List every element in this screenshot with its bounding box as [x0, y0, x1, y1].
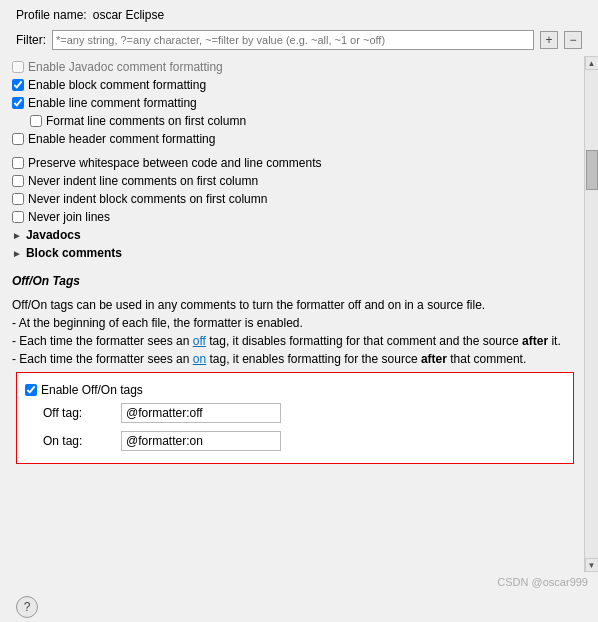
- checkbox-line-comment[interactable]: [12, 97, 24, 109]
- scrollbar: ▲ ▼: [584, 56, 598, 572]
- checkbox-preserve-whitespace[interactable]: [12, 157, 24, 169]
- offon-description: Off/On tags can be used in any comments …: [12, 296, 584, 368]
- scroll-down-button[interactable]: ▼: [585, 558, 599, 572]
- scroll-content: Enable Javadoc comment formatting Enable…: [0, 56, 584, 572]
- offon-heading: Off/On Tags: [12, 268, 584, 292]
- checkbox-format-line-first-col[interactable]: [30, 115, 42, 127]
- checkbox-enable-offon[interactable]: [25, 384, 37, 396]
- checkbox-line-comment-row: Enable line comment formatting: [12, 94, 584, 112]
- checkbox-never-join-row: Never join lines: [12, 208, 584, 226]
- off-tag-label: Off tag:: [43, 406, 113, 420]
- checkbox-header-comment-label: Enable header comment formatting: [28, 132, 215, 146]
- filter-add-button[interactable]: +: [540, 31, 558, 49]
- checkbox-javadoc-label: Enable Javadoc comment formatting: [28, 60, 223, 74]
- scrollbar-thumb[interactable]: [586, 150, 598, 190]
- checkbox-never-indent-block-row: Never indent block comments on first col…: [12, 190, 584, 208]
- on-tag-row: On tag:: [25, 427, 565, 455]
- on-tag-label: On tag:: [43, 434, 113, 448]
- checkbox-never-indent-block-label: Never indent block comments on first col…: [28, 192, 267, 206]
- scrollbar-track[interactable]: [586, 70, 598, 558]
- filter-row: Filter: + −: [0, 28, 598, 56]
- footer-text: CSDN @oscar999: [497, 576, 588, 588]
- checkbox-never-indent-line-row: Never indent line comments on first colu…: [12, 172, 584, 190]
- profile-label: Profile name:: [16, 8, 87, 22]
- off-tag-row: Off tag:: [25, 399, 565, 427]
- checkbox-header-comment[interactable]: [12, 133, 24, 145]
- on-tag-input[interactable]: [121, 431, 281, 451]
- checkbox-format-line-first-col-label: Format line comments on first column: [46, 114, 246, 128]
- checkbox-block-comment-label: Enable block comment formatting: [28, 78, 206, 92]
- bordered-offon-section: Enable Off/On tags Off tag: On tag:: [16, 372, 574, 464]
- profile-row: Profile name: oscar Eclipse: [0, 0, 598, 28]
- checkbox-block-comment-row: Enable block comment formatting: [12, 76, 584, 94]
- bottom-icons: ?: [0, 592, 598, 622]
- main-container: Profile name: oscar Eclipse Filter: + − …: [0, 0, 598, 622]
- help-button[interactable]: ?: [16, 596, 38, 618]
- checkbox-preserve-whitespace-row: Preserve whitespace between code and lin…: [12, 154, 584, 172]
- checkbox-row: Enable Javadoc comment formatting: [12, 58, 584, 76]
- checkbox-never-indent-line-label: Never indent line comments on first colu…: [28, 174, 258, 188]
- checkbox-never-indent-block[interactable]: [12, 193, 24, 205]
- block-comments-label: Block comments: [26, 246, 122, 260]
- tree-item-block-comments[interactable]: ► Block comments: [12, 244, 584, 262]
- filter-input[interactable]: [52, 30, 534, 50]
- checkbox-preserve-whitespace-label: Preserve whitespace between code and lin…: [28, 156, 322, 170]
- javadocs-arrow-icon: ►: [12, 230, 22, 241]
- tree-item-javadocs[interactable]: ► Javadocs: [12, 226, 584, 244]
- block-comments-arrow-icon: ►: [12, 248, 22, 259]
- filter-label: Filter:: [16, 33, 46, 47]
- checkbox-line-comment-label: Enable line comment formatting: [28, 96, 197, 110]
- enable-offon-row: Enable Off/On tags: [25, 381, 565, 399]
- checkbox-never-indent-line[interactable]: [12, 175, 24, 187]
- footer: CSDN @oscar999: [0, 572, 598, 592]
- checkbox-block-comment[interactable]: [12, 79, 24, 91]
- off-tag-input[interactable]: [121, 403, 281, 423]
- checkbox-header-comment-row: Enable header comment formatting: [12, 130, 584, 148]
- javadocs-label: Javadocs: [26, 228, 81, 242]
- profile-name: oscar Eclipse: [93, 8, 164, 22]
- scroll-up-button[interactable]: ▲: [585, 56, 599, 70]
- on-tag-highlight: on: [193, 352, 206, 366]
- checkbox-enable-offon-label: Enable Off/On tags: [41, 383, 143, 397]
- filter-remove-button[interactable]: −: [564, 31, 582, 49]
- content-area: Enable Javadoc comment formatting Enable…: [0, 56, 598, 572]
- checkbox-never-join[interactable]: [12, 211, 24, 223]
- checkbox-format-line-first-col-row: Format line comments on first column: [12, 112, 584, 130]
- checkbox-never-join-label: Never join lines: [28, 210, 110, 224]
- checkbox-javadoc-formatting[interactable]: [12, 61, 24, 73]
- off-tag-highlight: off: [193, 334, 206, 348]
